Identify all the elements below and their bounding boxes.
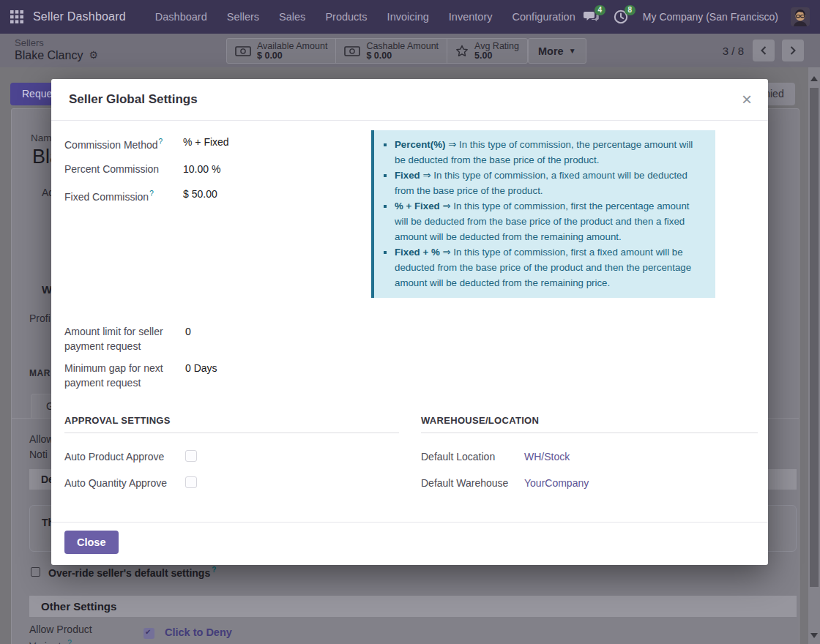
more-dropdown-button[interactable]: More ▼ (528, 38, 586, 64)
percent-commission-label: Percent Commission (64, 162, 183, 176)
commission-method-value[interactable]: % + Fixed (183, 135, 229, 152)
other-settings-header: Other Settings (29, 596, 797, 617)
close-icon[interactable]: × (742, 91, 752, 108)
messages-count-badge: 4 (594, 5, 605, 15)
messages-button[interactable]: 4 (583, 9, 600, 25)
default-location-link[interactable]: WH/Stock (524, 449, 570, 465)
auto-product-approve-checkbox[interactable] (185, 450, 197, 462)
main-menu: Dashboard Sellers Sales Products Invoici… (155, 11, 575, 23)
avg-rating-button[interactable]: Avg Rating 5.00 (447, 39, 527, 63)
auto-quantity-approve-label: Auto Quantity Approve (64, 476, 185, 491)
minimum-gap-label: Minimum gap for next payment request (64, 361, 185, 390)
pager-previous-button[interactable] (753, 40, 775, 61)
amount-limit-row: Amount limit for seller payment request … (64, 324, 191, 353)
override-settings-label: Over-ride seller's default settings? (48, 566, 216, 579)
fixed-commission-label: Fixed Commission? (64, 187, 183, 204)
company-name[interactable]: My Company (San Francisco) (643, 11, 778, 23)
activities-button[interactable]: 8 (613, 9, 630, 25)
scrollbar-up-arrow-icon[interactable] (810, 76, 818, 81)
cashable-amount-button[interactable]: Cashable Amount $ 0.00 (335, 39, 447, 63)
screen: Seller Dashboard Dashboard Sellers Sales… (0, 0, 820, 644)
help-icon[interactable]: ? (67, 639, 72, 644)
menu-item-configuration[interactable]: Configuration (512, 11, 575, 23)
dialog-footer: Close (51, 522, 768, 565)
menu-item-inventory[interactable]: Inventory (449, 11, 493, 23)
allow-field-label: Allow (29, 433, 53, 445)
override-settings-checkbox[interactable] (31, 567, 40, 577)
warehouse-location-section: WAREHOUSE/LOCATION Default Location WH/S… (421, 415, 758, 491)
stat-value: $ 0.00 (257, 51, 327, 61)
warehouse-location-title: WAREHOUSE/LOCATION (421, 415, 758, 433)
default-location-row: Default Location WH/Stock (421, 449, 758, 465)
help-icon[interactable]: ? (149, 190, 154, 198)
allow-product-variants-label-line2: Variants? (29, 639, 72, 644)
commission-method-row: Commission Method? % + Fixed (64, 135, 229, 152)
percent-commission-value[interactable]: 10.00 % (183, 162, 220, 176)
info-bullet-fixed: Fixed ⇒ In this type of commission, a fi… (395, 168, 705, 198)
auto-product-approve-row: Auto Product Approve (64, 449, 399, 465)
default-warehouse-row: Default Warehouse YourCompany (421, 476, 758, 491)
money-icon (235, 46, 251, 56)
allow-product-variants-label: Allow Product (29, 624, 92, 635)
menu-item-products[interactable]: Products (325, 11, 367, 23)
fixed-commission-value[interactable]: $ 50.00 (183, 187, 217, 204)
default-warehouse-label: Default Warehouse (421, 476, 524, 491)
menu-item-invoicing[interactable]: Invoicing (387, 11, 429, 23)
notification-field-label: Noti (29, 449, 48, 460)
menu-item-sales[interactable]: Sales (279, 11, 305, 23)
allow-product-variants-checkbox[interactable] (144, 628, 154, 639)
top-nav: Seller Dashboard Dashboard Sellers Sales… (0, 0, 820, 34)
info-bullet-percent: Percent(%) ⇒ In this type of commission,… (395, 137, 705, 168)
menu-item-dashboard[interactable]: Dashboard (155, 11, 207, 23)
commission-method-label: Commission Method? (64, 135, 183, 152)
chevron-down-icon: ▼ (569, 47, 576, 55)
fixed-commission-row: Fixed Commission? $ 50.00 (64, 187, 217, 204)
user-avatar[interactable] (791, 7, 810, 26)
amount-limit-label: Amount limit for seller payment request (64, 324, 185, 353)
auto-quantity-approve-row: Auto Quantity Approve (64, 476, 399, 491)
amount-limit-value[interactable]: 0 (185, 324, 191, 353)
nav-right: 4 8 My Company (San Francisco) (583, 7, 810, 26)
auto-quantity-approve-checkbox[interactable] (185, 476, 197, 488)
activities-count-badge: 8 (625, 5, 636, 15)
pager-next-button[interactable] (782, 40, 804, 61)
dialog-title: Seller Global Settings (69, 92, 198, 107)
money-icon (344, 46, 360, 56)
vertical-scrollbar[interactable] (808, 67, 820, 644)
breadcrumb: Sellers Blake Clancy⚙ (15, 37, 98, 62)
scrollbar-thumb[interactable] (810, 88, 819, 587)
app-title[interactable]: Seller Dashboard (33, 10, 126, 23)
marketplace-section-label: MAR (29, 368, 51, 378)
seller-global-settings-dialog: Seller Global Settings × Commission Meth… (51, 79, 768, 565)
more-label: More (538, 45, 564, 57)
click-to-deny-label[interactable]: Click to Deny (165, 626, 232, 638)
stat-button-group: Available Amount $ 0.00 Cashable Amount … (226, 38, 528, 64)
help-icon[interactable]: ? (212, 566, 216, 574)
chevron-right-icon (789, 46, 797, 55)
stat-value: $ 0.00 (366, 51, 439, 61)
close-button[interactable]: Close (64, 531, 119, 554)
control-bar: Sellers Blake Clancy⚙ Available Amount $… (0, 34, 820, 67)
info-bullet-percent-plus-fixed: % + Fixed ⇒ In this type of commission, … (395, 198, 705, 244)
breadcrumb-sellers-link[interactable]: Sellers (15, 37, 98, 48)
profile-field-label: Profi (29, 312, 51, 324)
approval-settings-title: APPROVAL SETTINGS (64, 415, 399, 433)
scrollbar-down-arrow-icon[interactable] (810, 633, 818, 638)
stat-value: 5.00 (474, 51, 519, 61)
minimum-gap-value[interactable]: 0 Days (185, 361, 217, 390)
default-warehouse-link[interactable]: YourCompany (524, 476, 589, 491)
breadcrumb-current-record: Blake Clancy (15, 49, 83, 62)
menu-item-sellers[interactable]: Sellers (227, 11, 259, 23)
star-icon (455, 45, 469, 57)
commission-info-box: Percent(%) ⇒ In this type of commission,… (371, 130, 715, 298)
apps-grid-icon[interactable] (10, 10, 23, 23)
chevron-left-icon (760, 46, 767, 55)
approval-settings-section: APPROVAL SETTINGS Auto Product Approve A… (64, 415, 399, 491)
available-amount-button[interactable]: Available Amount $ 0.00 (227, 39, 335, 63)
default-location-label: Default Location (421, 449, 524, 465)
info-bullet-fixed-plus-percent: Fixed + % ⇒ In this type of commission, … (395, 244, 705, 291)
actions-gear-icon[interactable]: ⚙ (89, 49, 98, 61)
percent-commission-row: Percent Commission 10.00 % (64, 162, 220, 176)
pager-counter: 3 / 8 (723, 45, 744, 57)
help-icon[interactable]: ? (159, 138, 163, 146)
